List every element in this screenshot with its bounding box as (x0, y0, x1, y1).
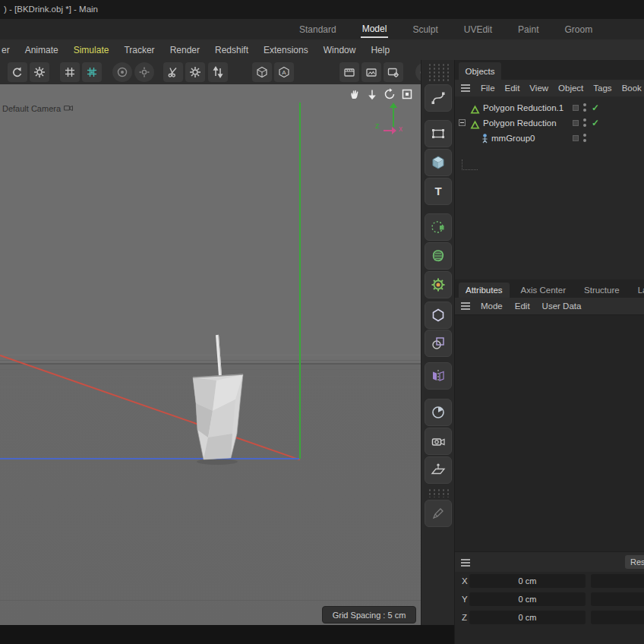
enable-check-icon[interactable]: ✓ (592, 100, 599, 115)
quantize-grid-button[interactable] (82, 62, 102, 82)
symmetry-tool[interactable] (425, 362, 452, 390)
swap-coordinates-button[interactable] (208, 62, 228, 82)
attributes-menu-mode[interactable]: Mode (481, 301, 503, 311)
coordinate-row-z: Z 0 cm (455, 610, 644, 625)
x-secondary-field[interactable] (591, 574, 644, 588)
undo-icon (11, 66, 24, 78)
x-position-field[interactable]: 0 cm (469, 574, 586, 588)
camera-menu-icon[interactable] (64, 104, 73, 113)
dolly-arrow-icon[interactable] (366, 88, 378, 103)
render-settings-button[interactable] (384, 62, 403, 82)
menu-item-animate[interactable]: Animate (25, 45, 58, 55)
hamburger-menu-icon[interactable] (461, 302, 470, 304)
menu-item-simulate[interactable]: Simulate (74, 45, 109, 55)
palette-drag-handle[interactable] (428, 63, 449, 81)
tab-structure[interactable]: Structure (577, 283, 627, 298)
tab-axis-center[interactable]: Axis Center (514, 283, 573, 298)
z-axis-label: Z (462, 610, 467, 625)
layout-tab-paint[interactable]: Paint (516, 21, 540, 37)
split-settings-button[interactable] (185, 62, 205, 82)
stage-tool[interactable] (425, 456, 452, 484)
camera-tool[interactable] (425, 428, 452, 455)
tree-row-mmgroup0[interactable]: mmGroup0 (455, 131, 644, 146)
layer-square-icon[interactable] (573, 120, 579, 126)
drink-cup-model[interactable] (182, 327, 258, 470)
split-button[interactable] (163, 62, 183, 82)
enable-check-icon[interactable]: ✓ (592, 115, 599, 131)
layout-tab-groom[interactable]: Groom (563, 21, 594, 37)
objects-menu-object[interactable]: Object (558, 84, 583, 93)
pan-hand-icon[interactable] (349, 88, 361, 103)
hamburger-menu-icon[interactable] (461, 559, 470, 560)
objects-menu-file[interactable]: File (481, 84, 495, 93)
layout-tab-uvedit[interactable]: UVEdit (462, 21, 494, 37)
axis-mode-button[interactable]: A (274, 62, 294, 82)
menu-item-help[interactable]: Help (371, 45, 390, 55)
tree-row-polygon-reduction-1[interactable]: Polygon Reduction.1 ✓ (455, 100, 644, 115)
layout-tab-sculpt[interactable]: Sculpt (411, 21, 439, 37)
generator-gear-tool[interactable] (425, 271, 452, 298)
menu-item-tracker[interactable]: Tracker (124, 45, 154, 55)
svg-text:T: T (434, 185, 441, 197)
annotate-pen-tool[interactable] (425, 500, 452, 527)
z-position-field[interactable]: 0 cm (469, 611, 586, 624)
objects-menu-view[interactable]: View (529, 84, 548, 93)
render-picture-viewer-button[interactable] (361, 62, 381, 82)
spline-mask-tool[interactable] (425, 330, 452, 357)
undo-settings-button[interactable] (30, 62, 49, 82)
render-view-button[interactable] (339, 62, 359, 82)
visibility-dots-icon[interactable] (583, 103, 586, 112)
subdivision-surface-icon (431, 248, 446, 264)
viewport-3d[interactable]: Default Camera z x (0, 84, 421, 625)
x-axis-label: X (462, 573, 468, 589)
instance-tool[interactable] (425, 213, 452, 241)
attributes-menu-user-data[interactable]: User Data (542, 301, 582, 311)
y-axis-arrow (393, 107, 394, 127)
svg-text:A: A (282, 69, 286, 76)
camera-label-row[interactable]: Default Camera (2, 104, 73, 113)
undo-button[interactable] (8, 62, 27, 82)
hamburger-menu-icon[interactable] (461, 84, 470, 86)
polygon-hexagon-tool[interactable] (425, 301, 452, 329)
objects-menu-edit[interactable]: Edit (505, 84, 520, 93)
annotate-pen-icon (431, 506, 446, 521)
axis-cube-button[interactable] (252, 62, 272, 82)
layout-tab-standard[interactable]: Standard (298, 21, 338, 37)
y-position-field[interactable]: 0 cm (469, 592, 586, 606)
menu-item-cropped[interactable]: er (2, 45, 10, 55)
attributes-content-empty (455, 315, 644, 551)
maximize-view-icon[interactable] (401, 88, 413, 103)
collapse-expander-icon[interactable] (459, 119, 466, 126)
orbit-icon[interactable] (384, 88, 396, 103)
attributes-menu-edit[interactable]: Edit (515, 301, 530, 311)
layout-tab-model[interactable]: Model (361, 21, 389, 38)
record-button[interactable] (112, 62, 132, 82)
layer-square-icon[interactable] (573, 135, 579, 141)
layer-square-icon[interactable] (573, 105, 579, 111)
layout-tabs: Standard Model Sculpt UVEdit Paint Groom (298, 19, 594, 39)
reset-button[interactable]: Rese (625, 555, 644, 569)
snap-grid-button[interactable] (60, 62, 80, 82)
motext-tool[interactable]: T (425, 178, 452, 205)
autokey-settings-button[interactable] (134, 62, 154, 82)
visibility-dots-icon[interactable] (583, 118, 586, 128)
tab-attributes[interactable]: Attributes (459, 283, 510, 298)
menu-item-extensions[interactable]: Extensions (264, 45, 308, 55)
menu-item-window[interactable]: Window (324, 45, 356, 55)
objects-menu-tags[interactable]: Tags (593, 84, 611, 93)
rectangle-spline-tool[interactable] (425, 120, 452, 147)
subdivision-surface-tool[interactable] (425, 242, 452, 270)
spline-pen-tool[interactable] (425, 84, 452, 112)
menu-item-redshift[interactable]: Redshift (215, 45, 248, 55)
cube-primitive-tool[interactable] (425, 149, 452, 176)
tab-layer-cropped[interactable]: La (631, 283, 644, 298)
tab-objects[interactable]: Objects (459, 62, 501, 80)
z-secondary-field[interactable] (591, 611, 644, 624)
y-secondary-field[interactable] (591, 592, 644, 606)
objects-menu-bookmarks[interactable]: Book (622, 84, 642, 93)
volume-builder-tool[interactable] (425, 399, 452, 426)
object-tree: Polygon Reduction.1 ✓ Polygon Reduction … (455, 96, 644, 279)
menu-item-render[interactable]: Render (170, 45, 200, 55)
visibility-dots-icon[interactable] (583, 134, 586, 143)
tree-row-polygon-reduction[interactable]: Polygon Reduction ✓ (455, 115, 644, 131)
